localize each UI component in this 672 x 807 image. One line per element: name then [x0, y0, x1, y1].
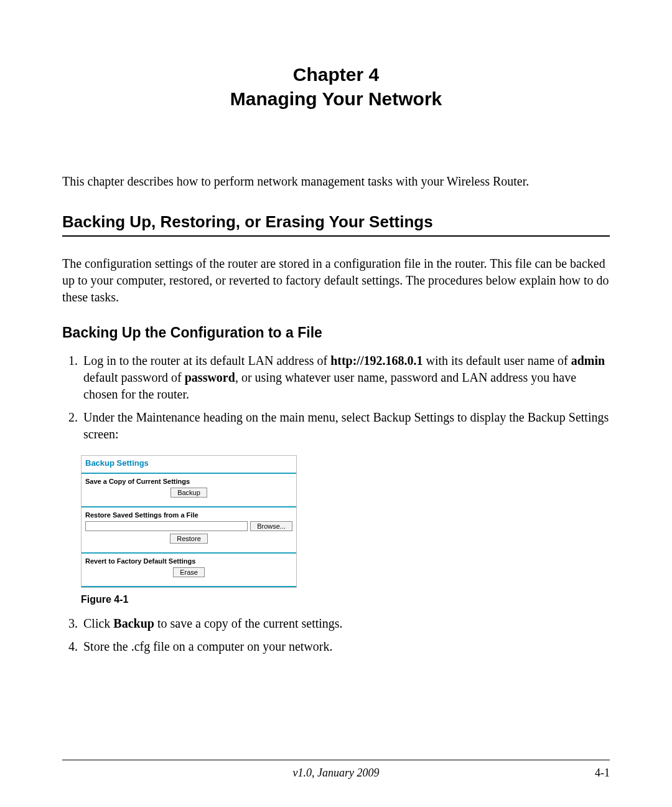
subsection-heading: Backing Up the Configuration to a File [62, 324, 610, 341]
step-list: Log in to the router at its default LAN … [62, 352, 610, 443]
save-section: Save a Copy of Current Settings Backup [82, 474, 296, 503]
step-1: Log in to the router at its default LAN … [81, 352, 610, 403]
document-page: Chapter 4 Managing Your Network This cha… [0, 0, 672, 807]
revert-section: Revert to Factory Default Settings Erase [82, 554, 296, 582]
page-footer: v1.0, January 2009 4-1 [62, 760, 610, 780]
save-label: Save a Copy of Current Settings [85, 478, 292, 485]
file-path-input[interactable] [85, 521, 248, 531]
figure-caption: Figure 4-1 [81, 594, 610, 605]
chapter-name: Managing Your Network [62, 87, 610, 111]
divider [82, 586, 296, 587]
step-list-continued: Click Backup to save a copy of the curre… [62, 615, 610, 655]
page-number: 4-1 [595, 767, 610, 780]
step-2: Under the Maintenance heading on the mai… [81, 409, 610, 443]
section-heading: Backing Up, Restoring, or Erasing Your S… [62, 212, 610, 237]
backup-button[interactable]: Backup [170, 488, 207, 498]
restore-label: Restore Saved Settings from a File [85, 511, 292, 519]
chapter-number: Chapter 4 [62, 62, 610, 87]
figure-screenshot: Backup Settings Save a Copy of Current S… [81, 455, 610, 588]
restore-button[interactable]: Restore [170, 534, 208, 544]
erase-button[interactable]: Erase [173, 567, 205, 577]
panel-title: Backup Settings [82, 456, 296, 469]
restore-section: Restore Saved Settings from a File Brows… [82, 507, 296, 549]
step-3: Click Backup to save a copy of the curre… [81, 615, 610, 632]
browse-button[interactable]: Browse... [250, 521, 292, 531]
footer-version: v1.0, January 2009 [293, 767, 380, 779]
step-4: Store the .cfg file on a computer on you… [81, 638, 610, 655]
intro-paragraph: This chapter describes how to perform ne… [62, 173, 610, 190]
backup-settings-panel: Backup Settings Save a Copy of Current S… [81, 455, 297, 588]
revert-label: Revert to Factory Default Settings [85, 557, 292, 565]
chapter-title: Chapter 4 Managing Your Network [62, 62, 610, 111]
section-paragraph: The configuration settings of the router… [62, 255, 610, 306]
